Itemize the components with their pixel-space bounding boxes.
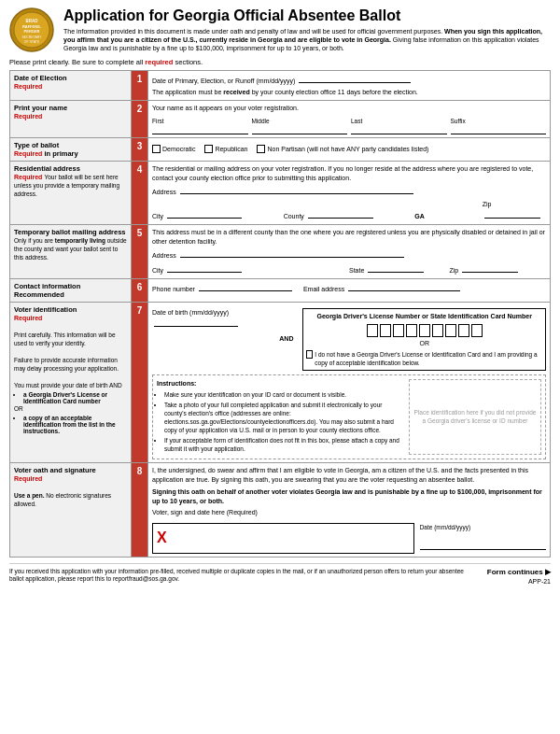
footer-text: If you received this application with yo… (9, 568, 469, 584)
phone-line[interactable] (199, 282, 292, 291)
voter-id-option-b: a copy of an acceptable identification f… (23, 415, 127, 434)
section-6-label-cell: Contact information Recommended (10, 278, 132, 302)
date-line[interactable] (420, 531, 546, 550)
print-notice: Please print clearly. Be sure to complet… (9, 58, 551, 66)
section-8-label: Voter oath and signature (14, 466, 96, 474)
section-2-line1: Your name as it appears on your voter re… (152, 104, 546, 113)
section-3-label: Type of ballot (14, 141, 59, 149)
section-1-required: Required (14, 83, 42, 90)
suffix-line[interactable] (451, 125, 547, 134)
temp-city-field: City (152, 263, 345, 275)
required-word: required (145, 58, 173, 66)
phone-field: Phone number (152, 282, 294, 294)
contact-fields-row: Phone number Email address (152, 282, 546, 294)
nonpartisan-option[interactable]: Non Partisan (will not have ANY party ca… (257, 145, 428, 154)
date-election-field[interactable] (299, 74, 411, 83)
license-box-3[interactable] (393, 324, 404, 337)
ballot-type-options: Democratic Republican Non Partisan (will… (152, 145, 546, 154)
zip-line[interactable] (484, 209, 540, 219)
section-5-content: This address must be in a different coun… (148, 224, 551, 278)
section-6-label: Contact information (14, 282, 80, 290)
first-name-line[interactable] (152, 125, 248, 134)
temp-state-line[interactable] (368, 263, 424, 273)
page: BRAD RAFFENS- PERGER SECRETARY OF STATE … (0, 0, 560, 592)
svg-text:PERGER: PERGER (24, 29, 40, 34)
section-1-line1: Date of Primary, Election, or Runoff (mm… (152, 74, 546, 86)
zip-field: Zip (483, 200, 546, 221)
name-fields-row: First Middle Last Suffix (152, 117, 546, 134)
democratic-option[interactable]: Democratic (152, 145, 195, 154)
section-4-label: Residential address (14, 164, 80, 173)
section-1-label-cell: Date of Election Required (10, 71, 132, 101)
license-section: Georgia Driver's License Number or State… (302, 308, 546, 371)
secretary-of-state-seal: BRAD RAFFENS- PERGER SECRETARY OF STATE (9, 7, 54, 52)
county-field: County (284, 209, 412, 221)
license-box-1[interactable] (367, 324, 378, 337)
section-4-number: 4 (132, 161, 148, 224)
republican-option[interactable]: Republican (204, 145, 247, 154)
license-box-8[interactable] (458, 324, 469, 337)
voter-id-option-a: a Georgia Driver's License or Identifica… (23, 391, 127, 404)
section-4-required: Required (14, 174, 42, 180)
section-4-desc: The residential or mailing address on yo… (152, 164, 546, 183)
democratic-checkbox[interactable] (152, 145, 161, 153)
section-4-content: The residential or mailing address on yo… (148, 161, 551, 224)
section-8-use-pen: Use a pen. No electronic signatures allo… (14, 492, 111, 507)
signature-area: X Date (mm/dd/yyyy) (152, 523, 546, 553)
section-7-content: Date of birth (mm/dd/yyyy) AND Georgia D… (148, 302, 551, 462)
section-5-row: Temporary ballot mailing address Only if… (10, 224, 551, 278)
app-number: APP-21 (478, 578, 551, 585)
license-box-7[interactable] (445, 324, 456, 337)
republican-checkbox[interactable] (204, 145, 213, 153)
address-field[interactable] (180, 185, 413, 194)
section-7-row: Voter identification Required Print care… (10, 302, 551, 462)
license-box-4[interactable] (406, 324, 417, 337)
oath-bold: Signing this oath on behalf of another v… (152, 487, 546, 506)
instructions-two-col: Instructions: Make sure your identificat… (157, 379, 541, 455)
no-license-checkbox[interactable] (306, 350, 313, 359)
section-7-label-cell: Voter identification Required Print care… (10, 302, 132, 462)
section-3-number: 3 (132, 137, 148, 161)
footer-right-block: Form continues ▶ APP-21 (478, 568, 551, 585)
instructions-box: Instructions: Make sure your identificat… (152, 374, 546, 459)
county-line[interactable] (308, 209, 373, 219)
section-8-content: I, the undersigned, do swear and affirm … (148, 463, 551, 557)
place-id-box: Place identification here if you did not… (409, 379, 541, 455)
middle-name-line[interactable] (252, 125, 348, 134)
section-6-recommended: Recommended (14, 290, 64, 299)
section-5-sublabel: Only if you are temporarily living outsi… (14, 237, 127, 261)
section-8-label-cell: Voter oath and signature Required Use a … (10, 463, 132, 557)
temp-city-state-row: City State Zip (152, 263, 546, 275)
temp-address-fields: Address City State Zip (152, 248, 546, 275)
signature-box[interactable]: X (152, 523, 414, 553)
section-1-number: 1 (132, 71, 148, 101)
dob-field[interactable] (154, 318, 238, 327)
license-box-2[interactable] (380, 324, 391, 337)
temp-address-line: Address (152, 248, 546, 261)
signature-x-mark: X (157, 529, 167, 545)
nonpartisan-checkbox[interactable] (257, 145, 265, 153)
license-box-9[interactable] (471, 324, 483, 337)
svg-text:SECRETARY: SECRETARY (21, 35, 42, 39)
section-7-required: Required (14, 315, 42, 321)
dob-license-row: Date of birth (mm/dd/yyyy) AND Georgia D… (152, 308, 546, 371)
license-box-5[interactable] (419, 324, 430, 337)
license-title: Georgia Driver's License Number or State… (306, 312, 542, 321)
temp-address-field[interactable] (180, 248, 404, 258)
section-2-label: Print your name (14, 104, 67, 112)
section-2-label-cell: Print your name Required (10, 100, 132, 137)
city-line[interactable] (167, 209, 242, 219)
instructions-list: Make sure your identification on your ID… (157, 390, 403, 454)
email-line[interactable] (348, 282, 460, 291)
section-3-row: Type of ballot Required in primary 3 Dem… (10, 137, 551, 161)
section-5-label: Temporary ballot mailing address (14, 228, 125, 236)
section-1-line2: The application must be received by your… (152, 88, 546, 97)
section-7-must-provide: You must provide your date of birth AND (14, 382, 122, 388)
section-7-print-note: Print carefully. This information will b… (14, 332, 116, 346)
page-title: Application for Georgia Official Absente… (63, 7, 551, 24)
temp-zip-line[interactable] (462, 263, 518, 273)
last-name-line[interactable] (351, 125, 447, 134)
section-3-content: Democratic Republican Non Partisan (will… (148, 137, 551, 161)
license-box-6[interactable] (432, 324, 443, 337)
temp-city-line[interactable] (167, 263, 242, 273)
